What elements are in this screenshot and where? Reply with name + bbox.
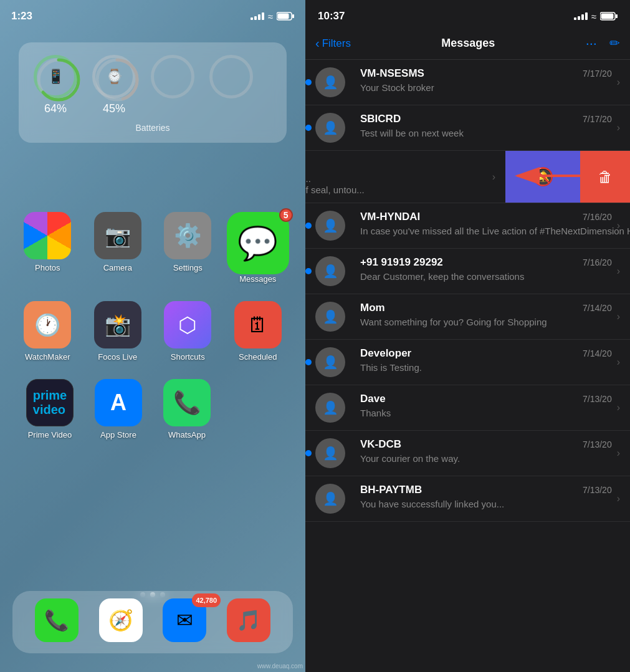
back-button[interactable]: ‹ Filters <box>315 36 351 50</box>
app-row-1: Photos 📷 Camera ⚙️ Settings 💬 <box>12 212 293 284</box>
msg-content-7: Developer 7/14/20 This is Testing. <box>360 347 612 373</box>
app-photos[interactable]: Photos <box>16 212 79 284</box>
mail-badge: 42,780 <box>192 593 221 607</box>
message-item-8[interactable]: 👤 Dave 7/13/20 Thanks › <box>305 385 630 431</box>
app-focos[interactable]: 📸 Focos Live <box>87 301 149 362</box>
msg-content-4: VM-HYNDAI 7/16/20 In case you've missed … <box>360 211 612 237</box>
msg-content-2: SBICRD 7/17/20 Test will be on next week <box>360 113 612 139</box>
msg-preview-3b: with tamper-proof seal, untou... <box>305 185 487 195</box>
status-icons-left: ≈ <box>251 11 294 22</box>
msg-name-4: VM-HYNDAI <box>360 211 420 223</box>
message-item-5[interactable]: 👤 +91 91919 29292 7/16/20 Dear Customer,… <box>305 249 630 294</box>
battery-row: 📱 64% ⌚ 45% <box>34 55 272 115</box>
message-item-1[interactable]: 👤 VM-NSESMS 7/17/20 Your Stock broker › <box>305 60 630 105</box>
msg-name-5: +91 91919 29292 <box>360 256 443 269</box>
avatar-9: 👤 <box>315 438 345 468</box>
msg-preview-9: Your courier on the way. <box>360 453 460 464</box>
phone-dock-icon: 📞 <box>35 598 79 642</box>
message-item-9[interactable]: 👤 VK-DCB 7/13/20 Your courier on the way… <box>305 431 630 476</box>
app-whatsapp[interactable]: 📞 WhatsApp <box>156 379 218 439</box>
message-item-10[interactable]: 👤 BH-PAYTMB 7/13/20 You have successfull… <box>305 476 630 522</box>
chevron-8: › <box>617 402 620 413</box>
scheduled-label: Scheduled <box>239 352 277 362</box>
mute-icon: 🔕 <box>532 166 554 187</box>
app-settings[interactable]: ⚙️ Settings <box>156 212 219 284</box>
phone-battery-circle: 📱 <box>34 55 77 98</box>
msg-name-6: Mom <box>360 302 385 314</box>
swipe-delete-button[interactable]: 🗑 <box>580 151 630 203</box>
unread-dot-7 <box>305 359 312 365</box>
app-camera[interactable]: 📷 Camera <box>87 212 149 284</box>
status-bar-left: 1:23 ≈ <box>0 0 305 27</box>
chevron-2: › <box>617 122 620 133</box>
more-icon[interactable]: ··· <box>586 36 597 52</box>
delete-icon: 🗑 <box>598 168 613 186</box>
msg-date-6: 7/14/20 <box>583 303 612 313</box>
batteries-title: Batteries <box>34 123 272 133</box>
messages-title: Messages <box>441 37 495 50</box>
bar1 <box>251 17 253 20</box>
swipe-mute-button[interactable]: 🔕 <box>505 151 580 203</box>
app-shortcuts[interactable]: ⬡ Shortcuts <box>156 301 219 362</box>
left-panel: 1:23 ≈ <box>0 0 305 672</box>
msg-content-10: BH-PAYTMB 7/13/20 You have successfully … <box>360 484 612 510</box>
msg-preview-6: Want something for you? Going for Shoppi… <box>360 317 547 327</box>
message-item-4[interactable]: 👤 VM-HYNDAI 7/16/20 In case you've misse… <box>305 203 630 249</box>
message-item-6[interactable]: 👤 Mom 7/14/20 Want something for you? Go… <box>305 294 630 340</box>
dock-mail[interactable]: ✉ 42,780 <box>153 598 216 646</box>
filters-label: Filters <box>322 37 351 50</box>
dock-phone[interactable]: 📞 <box>26 598 88 646</box>
message-item-2[interactable]: 👤 SBICRD 7/17/20 Test will be on next we… <box>305 105 630 151</box>
avatar-10: 👤 <box>315 484 345 514</box>
right-panel: 10:37 ≈ ‹ Filters Messages ··· ✏ <box>305 0 630 672</box>
camera-label: Camera <box>103 263 132 272</box>
compose-icon[interactable]: ✏ <box>609 36 620 52</box>
app-grid: Photos 📷 Camera ⚙️ Settings 💬 <box>0 212 305 457</box>
msg-date-1: 7/17/20 <box>583 69 612 79</box>
chevron-3: › <box>492 171 495 183</box>
wifi-icon-left: ≈ <box>268 11 273 22</box>
msg-name-2: SBICRD <box>360 113 401 125</box>
chevron-9: › <box>617 448 620 459</box>
msg-content-9: VK-DCB 7/13/20 Your courier on the way. <box>360 438 612 464</box>
message-item-3[interactable]: 👤 MINO as...sure with us... with tamper-… <box>305 151 505 203</box>
msg-name-8: Dave <box>360 393 386 405</box>
app-primevideo[interactable]: primevideo Prime Video <box>19 379 81 439</box>
appstore-icon: A <box>95 379 142 426</box>
msg-date-4: 7/16/20 <box>583 212 612 222</box>
app-messages[interactable]: 💬 5 Messages <box>227 212 289 284</box>
svg-rect-8 <box>616 14 618 18</box>
dock-music[interactable]: 🎵 <box>217 598 280 646</box>
watch-battery: ⌚ 45% <box>92 55 136 115</box>
scheduled-icon: 🗓 <box>234 301 282 348</box>
chevron-left-icon: ‹ <box>315 36 320 50</box>
wifi-icon-right: ≈ <box>591 11 596 22</box>
avatar-7: 👤 <box>315 347 345 377</box>
appstore-label: App Store <box>100 430 136 439</box>
watch-battery-circle: ⌚ <box>92 55 136 98</box>
phone-battery: 📱 64% <box>34 55 77 115</box>
chevron-7: › <box>617 357 620 368</box>
photos-icon <box>24 212 71 259</box>
avatar-5: 👤 <box>315 256 345 286</box>
msg-preview-4: In case you've missed all the Live actio… <box>360 226 630 236</box>
status-bar-right: 10:37 ≈ <box>305 0 630 27</box>
message-item-7[interactable]: 👤 Developer 7/14/20 This is Testing. › <box>305 340 630 385</box>
msg-preview-2: Test will be on next week <box>360 128 464 138</box>
chevron-4: › <box>617 220 620 231</box>
chevron-5: › <box>617 266 620 277</box>
avatar-6: 👤 <box>315 302 345 332</box>
app-appstore[interactable]: A App Store <box>87 379 150 439</box>
app-watchmaker[interactable]: 🕐 WatchMaker <box>16 301 79 362</box>
avatar-4: 👤 <box>315 211 345 241</box>
app-scheduled[interactable]: 🗓 Scheduled <box>227 301 289 362</box>
shortcuts-icon: ⬡ <box>164 301 211 348</box>
primevideo-label: Prime Video <box>28 430 72 439</box>
dock: 📞 🧭 ✉ 42,780 🎵 <box>12 591 293 653</box>
dock-safari[interactable]: 🧭 <box>90 598 152 646</box>
msg-preview-5: Dear Customer, keep the conversations <box>360 271 524 282</box>
watch-battery-ring <box>92 55 142 105</box>
settings-icon: ⚙️ <box>164 212 211 259</box>
bar3 <box>258 14 260 20</box>
msg-preview-7: This is Testing. <box>360 362 422 373</box>
